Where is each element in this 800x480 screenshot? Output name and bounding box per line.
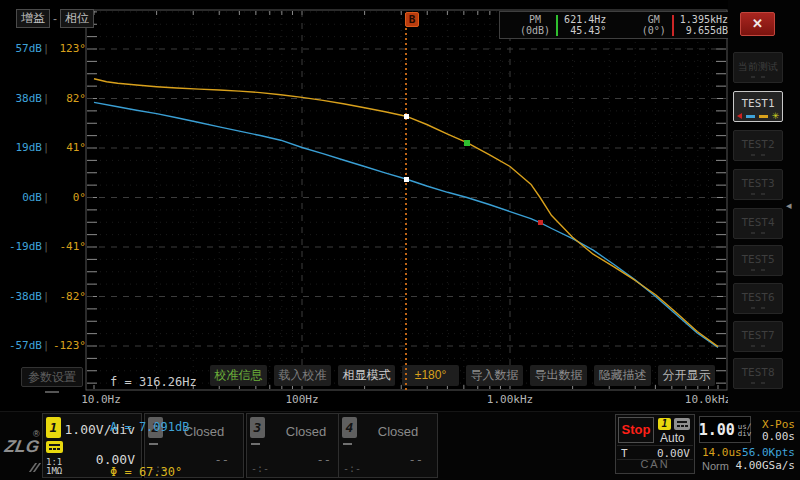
current-test-button[interactable]: 当前测试 xyxy=(733,52,783,83)
impedance: 1MΩ xyxy=(46,467,62,476)
channel-3-block[interactable]: 3Closed---:- xyxy=(246,413,346,478)
tab-gain[interactable]: 增益 xyxy=(16,9,50,28)
test-button-test2[interactable]: TEST2 xyxy=(733,130,783,161)
plot-button-±180°[interactable]: ±180° xyxy=(402,365,459,386)
gm-frequency: 1.395kHz xyxy=(680,14,728,25)
gm-marker xyxy=(538,220,543,225)
test-button-label: TEST3 xyxy=(734,178,782,190)
y-axis-label-row: 38dB|82° xyxy=(0,92,86,105)
registered-mark-icon: ® xyxy=(33,429,40,439)
test1-status-icons: ✳ xyxy=(734,113,782,119)
plot-button-分开显示[interactable]: 分开显示 xyxy=(658,365,715,386)
test-button-label: TEST1 xyxy=(734,98,782,110)
phase-tick-label: 0° xyxy=(50,191,86,204)
coupling-off-icon xyxy=(251,443,260,445)
logo-text: ZLG xyxy=(3,437,41,457)
test-button-test7[interactable]: TEST7 xyxy=(733,321,783,352)
bus-decode-label[interactable]: CAN xyxy=(616,458,694,470)
gain-tick-label: 38dB xyxy=(0,92,42,105)
gm-color-bar xyxy=(672,15,674,36)
phase-tick-label: -41° xyxy=(50,240,86,253)
test-button-label: TEST5 xyxy=(734,254,782,266)
phase-tick-label: 123° xyxy=(50,42,86,55)
test-button-label: TEST7 xyxy=(734,330,782,342)
gain-margin-readout: GM (0°) 1.395kHz 9.655dB xyxy=(642,14,728,36)
close-button[interactable]: ✕ xyxy=(740,12,775,36)
timebase-scale: 1.00 xyxy=(699,421,735,439)
plot-button-隐藏描述[interactable]: 隐藏描述 xyxy=(594,365,651,386)
tick-separator: | xyxy=(42,240,50,253)
tick-separator: | xyxy=(42,339,50,352)
test-button-label: TEST6 xyxy=(734,292,782,304)
trigger-mode[interactable]: Auto xyxy=(660,431,685,445)
tick-separator: | xyxy=(42,191,50,204)
gm-condition: (0°) xyxy=(642,25,666,36)
collapse-panel-icon[interactable]: ◂ xyxy=(786,200,792,211)
pm-value: 45.43° xyxy=(564,25,606,36)
memory-depth: 56.0Kpts xyxy=(742,446,795,459)
phase-tick-label: -82° xyxy=(50,290,86,303)
trigger-marker-icon xyxy=(737,113,742,119)
cursor-frequency: f = 316.26Hz xyxy=(110,375,197,390)
channel-status: Closed xyxy=(359,424,437,439)
gain-tick-label: 57dB xyxy=(0,42,42,55)
phase-tick-label: 82° xyxy=(50,92,86,105)
channel-time: -:- xyxy=(343,463,361,474)
test-button-test3[interactable]: TEST3 xyxy=(733,169,783,200)
cursor-b-badge[interactable]: B xyxy=(405,12,419,27)
phase-swatch-icon xyxy=(759,115,768,118)
phase-margin-readout: PM (0dB) 621.4Hz 45.43° xyxy=(520,14,606,36)
run-stop-indicator[interactable]: Stop xyxy=(618,417,654,443)
channel-4-block[interactable]: 4Closed---:- xyxy=(338,413,438,478)
pm-marker xyxy=(464,140,470,146)
pm-color-bar xyxy=(556,15,558,36)
channel-value: -- xyxy=(409,453,423,467)
channel-badge: 1 xyxy=(46,417,61,438)
test-button-test6[interactable]: TEST6 xyxy=(733,283,783,314)
channel-time: -:- xyxy=(251,463,269,474)
channel-badge: 3 xyxy=(250,417,265,438)
sample-rate: 4.00GSa/s xyxy=(735,459,795,472)
tick-separator: | xyxy=(42,141,50,154)
y-axis-label-row: -57dB|-123° xyxy=(0,339,86,352)
timebase-scale-box[interactable]: 1.00 us/ div xyxy=(699,416,751,443)
y-axis-label-row: -38dB|-82° xyxy=(0,290,86,303)
channel-badge: 4 xyxy=(342,417,357,438)
plot-button-载入校准[interactable]: 载入校准 xyxy=(274,365,331,386)
channel-status: Closed xyxy=(267,424,345,439)
cursor-gain: A = 7.091dB xyxy=(110,420,197,435)
timebase-block: 1.00 us/ div X-Pos 0.00s 14.0us 56.0Kpts… xyxy=(697,414,798,474)
param-settings-button[interactable]: 参数设置 xyxy=(21,367,83,387)
plot-button-导出数据[interactable]: 导出数据 xyxy=(530,365,587,386)
plot-mode-header: 增益 - 相位 xyxy=(16,9,94,28)
gain-swatch-icon xyxy=(746,115,755,118)
logo-hatch-icon xyxy=(29,463,37,472)
plot-button-row: 校准信息载入校准相显模式±180°导入数据导出数据隐藏描述分开显示 xyxy=(210,365,715,386)
test-button-test8[interactable]: TEST8 xyxy=(733,358,783,389)
y-axis-label-row: 57dB|123° xyxy=(0,42,86,55)
oscilloscope-screen: 增益 - 相位 57dB|123°38dB|82°19dB|41°0dB|0°-… xyxy=(0,0,800,480)
coupling-off-icon xyxy=(343,443,352,445)
trigger-source-badge: 1 xyxy=(658,418,671,430)
x-axis-tick-label: 1.00kHz xyxy=(487,393,533,406)
tick-separator: | xyxy=(42,92,50,105)
gain-tick-label: 19dB xyxy=(0,141,42,154)
test-button-test5[interactable]: TEST5 xyxy=(733,245,783,276)
gm-value: 9.655dB xyxy=(680,25,728,36)
test-button-label: 当前测试 xyxy=(734,61,782,73)
plot-button-相显模式[interactable]: 相显模式 xyxy=(338,365,395,386)
test-button-test4[interactable]: TEST4 xyxy=(733,208,783,239)
marker-star-icon: ✳ xyxy=(772,113,780,119)
tab-phase[interactable]: 相位 xyxy=(60,9,94,28)
divider xyxy=(617,445,693,446)
tick-separator: | xyxy=(42,42,50,55)
timebase-unit: us/ div xyxy=(738,423,752,437)
window-span: 14.0us xyxy=(702,446,742,459)
cursor-b-line[interactable] xyxy=(405,13,407,390)
plot-button-校准信息[interactable]: 校准信息 xyxy=(210,365,267,386)
test-button-test1[interactable]: TEST1✳ xyxy=(733,91,783,122)
dc-coupling-icon xyxy=(46,441,63,453)
test-button-label: TEST8 xyxy=(734,367,782,379)
cursor-phase: Φ = 67.30° xyxy=(110,465,197,480)
plot-button-导入数据[interactable]: 导入数据 xyxy=(466,365,523,386)
